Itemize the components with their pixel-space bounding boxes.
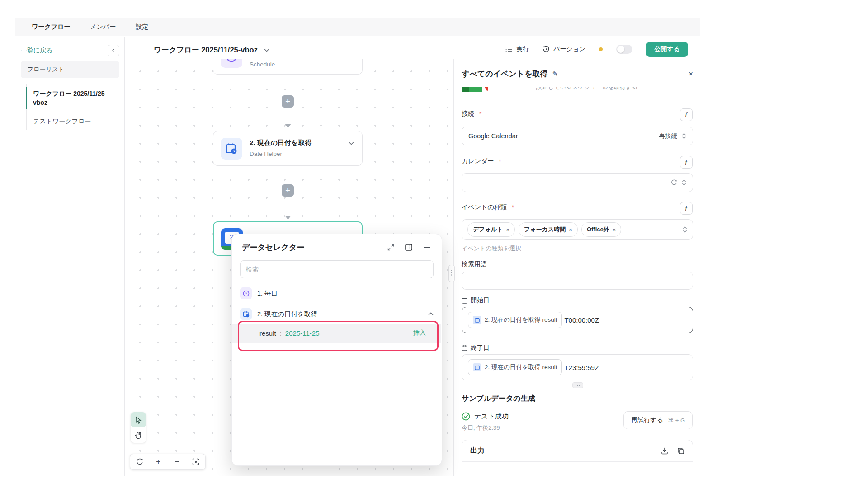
run-button[interactable]: 実行 (505, 45, 529, 53)
select-chevrons-icon (682, 133, 686, 139)
check-circle-icon (462, 412, 470, 421)
event-type-label: イベントの種類* (462, 203, 514, 211)
zoom-out-button[interactable]: − (170, 455, 184, 469)
chevron-up-icon[interactable] (428, 312, 434, 316)
clipped-service-row: 設定しているスケジュールを取得する (462, 87, 693, 93)
panel-close-icon[interactable]: × (689, 70, 693, 79)
reset-view-button[interactable] (133, 455, 146, 469)
pan-tool-button[interactable] (131, 427, 146, 443)
date-helper-icon (221, 138, 242, 160)
app-window: ワークフロー メンバー 設定 一覧に戻る フローリスト ワークフロー 2025/… (0, 0, 868, 476)
title-chevron-down-icon[interactable] (264, 48, 269, 52)
calendar-token-icon (473, 316, 481, 324)
node-subtitle: Date Helper (250, 150, 282, 157)
start-date-label: 開始日 (462, 296, 490, 305)
sample-data-title: サンプルデータの生成 (462, 394, 535, 404)
chip-focus-time: フォーカス時間× (519, 222, 578, 237)
end-date-label: 終了日 (462, 344, 490, 352)
select-chevrons-icon (683, 226, 687, 233)
start-date-token[interactable]: 2. 現在の日付を取得 result (468, 312, 562, 328)
flow-item-active[interactable]: ワークフロー 2025/11/25-vboz (27, 84, 120, 112)
node-title: 2. 現在の日付を取得 (250, 139, 311, 147)
copy-icon[interactable] (677, 447, 684, 455)
section-drag-handle[interactable] (572, 382, 583, 388)
event-type-helper-text: イベントの種類を選択 (462, 244, 521, 253)
panel-resizer-handle[interactable] (448, 265, 455, 282)
event-type-multiselect[interactable]: デフォルト× フォーカス時間× Office外× (462, 219, 693, 240)
publish-button[interactable]: 公開する (646, 42, 688, 57)
edit-title-pencil-icon[interactable]: ✎ (552, 70, 558, 78)
data-selector-title: データセレクター (242, 242, 377, 253)
canvas-zoom-toolbar: + − (130, 454, 206, 470)
add-step-button[interactable]: + (282, 95, 294, 108)
chip-out-of-office: Office外× (581, 222, 621, 237)
refresh-icon (671, 179, 677, 186)
version-button[interactable]: バージョン (542, 45, 585, 53)
publish-toggle[interactable] (616, 45, 632, 54)
select-chevrons-icon (682, 179, 686, 186)
calendar-icon (462, 297, 467, 304)
remove-chip-icon[interactable]: × (613, 226, 616, 233)
selector-result-row[interactable]: result : 2025-11-25 挿入 (232, 324, 441, 343)
formula-button[interactable]: ƒ (680, 108, 693, 121)
end-date-field[interactable]: 2. 現在の日付を取得 result T23:59:59Z (462, 354, 693, 380)
minimize-icon[interactable] (422, 243, 432, 253)
calendar-select[interactable] (462, 173, 693, 192)
retry-button[interactable]: 再試行する ⌘ + G (623, 411, 693, 429)
back-to-list-link[interactable]: 一覧に戻る (21, 47, 53, 55)
panel-title: すべてのイベントを取得 (462, 69, 548, 79)
data-selector-search-input[interactable] (240, 260, 434, 278)
node-schedule[interactable]: Schedule (213, 59, 363, 75)
top-nav: ワークフロー メンバー 設定 (15, 18, 700, 36)
calendar-clock-icon (240, 308, 252, 320)
dock-panel-icon[interactable] (404, 243, 414, 253)
header-toolbar: 実行 バージョン 公開する (505, 42, 693, 57)
end-date-token[interactable]: 2. 現在の日付を取得 result (468, 359, 562, 375)
formula-button[interactable]: ƒ (680, 202, 693, 215)
start-date-field[interactable]: 2. 現在の日付を取得 result T00:00:00Z (462, 307, 693, 333)
reconnect-link[interactable]: 再接続 (659, 132, 678, 140)
expand-icon[interactable] (386, 243, 396, 253)
selector-item-date[interactable]: 2. 現在の日付を取得 (240, 305, 434, 323)
flow-list: ワークフロー 2025/11/25-vboz テストワークフロー (26, 84, 120, 130)
test-timestamp: 今日, 午後2:39 (462, 424, 500, 432)
nav-members[interactable]: メンバー (90, 23, 116, 31)
connection-label: 接続* (462, 110, 481, 118)
chip-default: デフォルト× (467, 222, 515, 237)
workflow-title: ワークフロー 2025/11/25-vboz (154, 45, 258, 55)
remove-chip-icon[interactable]: × (569, 226, 572, 233)
output-label: 出力 (470, 446, 652, 455)
selector-item-daily[interactable]: 1. 毎日 (240, 285, 434, 302)
sidebar-collapse-button[interactable] (108, 45, 119, 56)
fit-view-button[interactable] (189, 455, 203, 469)
data-selector-popup: データセレクター 1. 毎日 2. 現在の日付を取得 (231, 234, 442, 466)
formula-button[interactable]: ƒ (680, 156, 693, 169)
schedule-icon (221, 59, 242, 68)
download-icon[interactable] (661, 447, 668, 455)
search-term-label: 検索用語 (462, 260, 487, 268)
zoom-in-button[interactable]: + (151, 455, 165, 469)
run-list-icon (505, 46, 513, 52)
search-term-input[interactable] (462, 272, 693, 290)
canvas-tool-stack (131, 412, 146, 443)
service-logo (462, 87, 488, 92)
start-date-suffix: T00:00:00Z (564, 316, 599, 324)
node-chevron-down-icon[interactable] (349, 141, 354, 145)
version-history-icon (542, 46, 550, 53)
remove-chip-icon[interactable]: × (506, 226, 510, 233)
select-tool-button[interactable] (131, 412, 146, 427)
calendar-label: カレンダー* (462, 157, 501, 165)
nav-workflows[interactable]: ワークフロー (32, 23, 70, 31)
result-value: 2025-11-25 (285, 329, 320, 337)
add-step-button[interactable]: + (282, 184, 294, 197)
unsaved-status-dot (599, 47, 603, 51)
flow-list-header: フローリスト (21, 61, 119, 78)
connector-arrow (285, 124, 291, 128)
calendar-icon (462, 345, 467, 351)
connection-select[interactable]: Google Calendar 再接続 (462, 127, 693, 145)
insert-link[interactable]: 挿入 (413, 329, 426, 337)
nav-settings[interactable]: 設定 (136, 23, 148, 31)
node-date-helper[interactable]: 2. 現在の日付を取得 Date Helper (213, 131, 363, 166)
flow-item-test[interactable]: テストワークフロー (27, 112, 120, 130)
connector-arrow (285, 216, 291, 220)
